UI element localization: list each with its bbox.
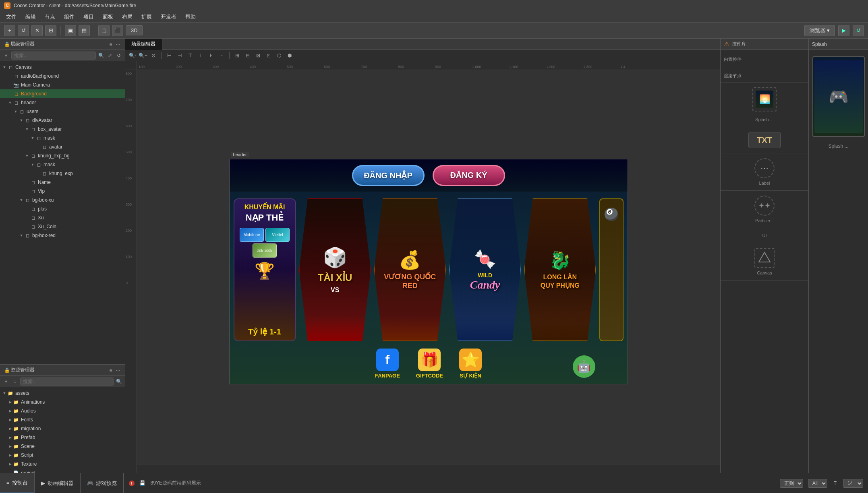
- assets-node-audios[interactable]: ▶ 📁 Audios: [0, 406, 125, 415]
- promo-card[interactable]: KHUYẾN MÃI NẠP THẺ Mobifone Viettel 20k-…: [234, 198, 296, 341]
- browser-btn[interactable]: 浏览器 ▾: [804, 25, 835, 36]
- tai-xiu-card[interactable]: 🎲 TÀI XỈU VS: [299, 198, 371, 341]
- hierarchy-refresh-icon[interactable]: ↺: [115, 52, 122, 59]
- hierarchy-lock-icon[interactable]: 🔒: [3, 41, 10, 48]
- scene-align-center[interactable]: ⊣: [175, 51, 184, 60]
- scene-tool-6[interactable]: ⬢: [285, 51, 294, 60]
- assets-sort-icon[interactable]: ↕: [11, 378, 19, 385]
- hierarchy-node-xu_coin[interactable]: ◻ Xu_Coin: [0, 222, 125, 231]
- hierarchy-node-bg-box-xu[interactable]: ▼ ◻ bg-box-xu: [0, 196, 125, 204]
- scene-zoom-in-btn[interactable]: 🔍+: [139, 51, 147, 60]
- assets-lock-icon[interactable]: 🔒: [3, 367, 10, 374]
- animation-tab[interactable]: ▶ 动画编辑器: [35, 473, 81, 493]
- menu-item-组件[interactable]: 组件: [60, 12, 79, 22]
- assets-node-scene[interactable]: ▶ 📁 Scene: [0, 442, 125, 451]
- scene-tool-5[interactable]: ⬡: [275, 51, 284, 60]
- assets-node-fonts[interactable]: ▶ 📁 Fonts: [0, 415, 125, 424]
- scene-align-top[interactable]: ⊥: [196, 51, 205, 60]
- menu-item-开发者[interactable]: 开发者: [157, 12, 180, 22]
- game-preview-tab[interactable]: 🎮 游戏预览: [81, 473, 124, 493]
- su-kien-icon-btn[interactable]: ⭐ SỰ KIỆN: [459, 349, 482, 379]
- hierarchy-node-mainCamera[interactable]: 📷 Main Camera: [0, 80, 125, 89]
- play-btn[interactable]: ▶: [838, 25, 849, 36]
- assets-search-input[interactable]: [20, 377, 114, 386]
- hierarchy-node-name[interactable]: ◻ Name: [0, 178, 125, 187]
- hierarchy-node-mask2[interactable]: ▼ ◻ mask: [0, 160, 125, 169]
- assets-node-animations[interactable]: ▶ 📁 Animations: [0, 398, 125, 406]
- hierarchy-node-canvas[interactable]: ▼ ◻ Canvas: [0, 63, 125, 72]
- assets-node-assets[interactable]: ▼ 📁 assets: [0, 389, 125, 398]
- particle-component-item[interactable]: ✦✦ Particle...: [721, 191, 808, 228]
- menu-item-帮助[interactable]: 帮助: [181, 12, 200, 22]
- toolbar-3d-btn[interactable]: 3D: [126, 25, 143, 35]
- scene-align-left[interactable]: ⊢: [165, 51, 174, 60]
- hierarchy-node-users[interactable]: ▼ ◻ users: [0, 107, 125, 116]
- hierarchy-node-khung_exp_bg[interactable]: ▼ ◻ khung_exp_bg: [0, 151, 125, 160]
- assets-add-icon[interactable]: +: [2, 378, 10, 385]
- scene-zoom-fit-btn[interactable]: ⊙: [149, 51, 158, 60]
- candy-card[interactable]: 🍬 WILD Candy: [449, 198, 521, 341]
- hierarchy-node-vip[interactable]: ◻ Vip: [0, 187, 125, 196]
- toolbar-btn-8[interactable]: ⬛: [112, 25, 123, 36]
- scene-tool-1[interactable]: ⊞: [233, 51, 242, 60]
- scene-editor-tab[interactable]: 场景编辑器: [125, 39, 162, 50]
- toolbar-close-btn[interactable]: ✕: [31, 25, 43, 36]
- fanpage-icon-btn[interactable]: f FANPAGE: [375, 349, 400, 379]
- menu-item-布局[interactable]: 布局: [118, 12, 137, 22]
- hierarchy-node-khung_exp[interactable]: ◻ khung_exp: [0, 169, 125, 178]
- hierarchy-node-header[interactable]: ▼ ◻ header: [0, 98, 125, 107]
- assets-node-texture[interactable]: ▶ 📁 Texture: [0, 460, 125, 468]
- console-tab[interactable]: ≡ 控制台: [0, 473, 35, 493]
- menu-item-项目[interactable]: 项目: [79, 12, 98, 22]
- scene-align-bottom[interactable]: ⊧: [217, 51, 226, 60]
- all-select[interactable]: All: [808, 479, 827, 488]
- scene-zoom-out-btn[interactable]: 🔍-: [128, 51, 137, 60]
- assets-node-project[interactable]: 📄 project: [0, 468, 125, 473]
- hierarchy-search-icon[interactable]: 🔍: [97, 52, 105, 59]
- hierarchy-node-mask[interactable]: ▼ ◻ mask: [0, 134, 125, 142]
- login-button[interactable]: ĐĂNG NHẬP: [352, 165, 425, 186]
- hierarchy-node-divAvatar[interactable]: ▼ ◻ divAvatar: [0, 116, 125, 125]
- menu-item-节点[interactable]: 节点: [41, 12, 59, 22]
- hierarchy-expand-icon[interactable]: ⤢: [106, 52, 114, 59]
- hierarchy-node-avatar[interactable]: ◻ avatar: [0, 142, 125, 151]
- scene-tool-3[interactable]: ⊠: [254, 51, 263, 60]
- giftcode-icon-btn[interactable]: 🎁 GIFTCODE: [416, 349, 443, 379]
- assets-search-icon[interactable]: 🔍: [115, 378, 122, 385]
- toolbar-btn-6[interactable]: ▤: [79, 25, 90, 36]
- hierarchy-node-audioBachground[interactable]: ◻ audioBachground: [0, 72, 125, 80]
- menu-item-面板[interactable]: 面板: [99, 12, 117, 22]
- hierarchy-node-xu[interactable]: ◻ Xu: [0, 213, 125, 222]
- toolbar-add-btn[interactable]: +: [4, 25, 15, 36]
- assets-node-migration[interactable]: ▶ 📁 migration: [0, 424, 125, 433]
- toolbar-btn-5[interactable]: ▣: [65, 25, 76, 36]
- toolbar-expand-btn[interactable]: ⊞: [45, 25, 56, 36]
- label-component-item[interactable]: ⋯ Label: [721, 153, 808, 191]
- hierarchy-node-bg-box-red[interactable]: ▼ ◻ bg-box-red: [0, 231, 125, 240]
- txt-component-item[interactable]: TXT: [721, 127, 808, 153]
- save-icon[interactable]: 💾: [139, 480, 146, 487]
- register-button[interactable]: ĐĂNG KÝ: [433, 165, 505, 186]
- toolbar-refresh-btn[interactable]: ↺: [18, 25, 29, 36]
- assets-menu-icon[interactable]: ≡: [107, 367, 114, 374]
- hierarchy-node-box_avatar[interactable]: ▼ ◻ box_avatar: [0, 125, 125, 134]
- font-size-select[interactable]: 14: [843, 479, 863, 488]
- assets-node-script[interactable]: ▶ 📁 Script: [0, 451, 125, 460]
- long-lan-card[interactable]: 🐉 LONG LÂNQUY PHỤNG: [524, 198, 596, 341]
- hierarchy-menu-icon[interactable]: ≡: [107, 41, 114, 48]
- menu-item-编辑[interactable]: 编辑: [21, 12, 40, 22]
- hierarchy-node-background[interactable]: ◻ Background: [0, 89, 125, 98]
- scene-tool-4[interactable]: ⊡: [264, 51, 273, 60]
- splash-component-item[interactable]: 🌅 Splash ...: [721, 83, 808, 127]
- menu-item-文件[interactable]: 文件: [2, 12, 21, 22]
- refresh-btn[interactable]: ↺: [853, 25, 864, 36]
- android-button[interactable]: 🤖: [573, 355, 595, 378]
- hierarchy-add-icon[interactable]: +: [2, 52, 10, 59]
- scene-align-middle[interactable]: ⊦: [207, 51, 215, 60]
- menu-item-扩展[interactable]: 扩展: [137, 12, 156, 22]
- scene-align-right[interactable]: ⊤: [186, 51, 195, 60]
- hierarchy-node-plus[interactable]: ◻ plus: [0, 204, 125, 213]
- assets-node-prefab[interactable]: ▶ 📁 Prefab: [0, 433, 125, 442]
- ui-component-item[interactable]: UI: [721, 228, 808, 243]
- hierarchy-search-input[interactable]: [11, 52, 96, 60]
